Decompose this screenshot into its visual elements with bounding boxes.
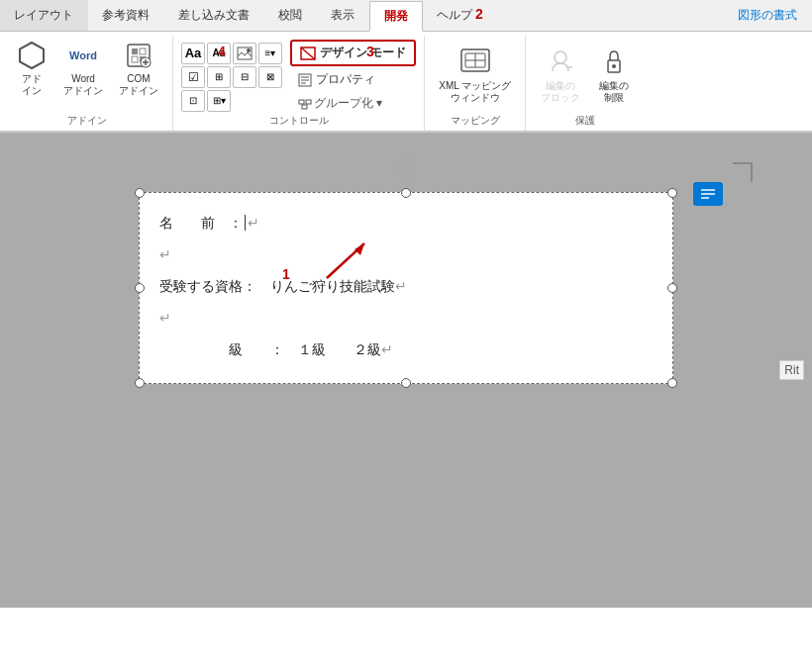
com-addin-button[interactable]: COMアドイン [113,36,164,101]
doc-content: 名 前 ： ↵ ↵ 受験する資格： りんご狩り技能試験 ↵ ↵ [159,209,653,363]
edit-block-icon [545,47,576,78]
edit-restrict-icon [598,47,630,78]
xml-mapping-label: XML マッピングウィンドウ [439,80,511,104]
ctrl-grid2[interactable]: ⊟ [233,66,256,88]
ctrl-bottom2[interactable]: ⊞▾ [207,90,231,112]
svg-line-12 [301,48,315,59]
handle-bl[interactable] [135,378,145,388]
handle-mr[interactable] [667,283,677,293]
group-protection-label: 保護 [575,114,595,131]
annotation-3: 3 [366,44,374,59]
svg-point-27 [612,64,616,68]
edit-block-label: 編集のブロック [541,80,580,104]
ctrl-image[interactable] [233,43,256,64]
para-mark-4: ↵ [159,304,171,332]
group-control-label: コントロール [269,114,329,131]
content-control-box: 名 前 ： ↵ ↵ 受験する資格： りんご狩り技能試験 ↵ ↵ [139,192,673,384]
handle-bm[interactable] [401,378,411,388]
word-addin-button[interactable]: Word Wordアドイン [57,36,109,101]
para-mark-1: ↵ [248,209,259,237]
annotation-1: 1 [282,266,290,282]
ctrl-combo[interactable]: ≡▾ [258,43,282,64]
com-addin-label: COMアドイン [119,73,158,97]
design-mode-icon [300,47,316,60]
doc-line-4: ↵ [159,304,653,332]
text-box-container: 名 前 ： ↵ ↵ 受験する資格： りんご狩り技能試験 ↵ ↵ [139,192,673,578]
group-addin: アドイン Word Wordアドイン [2,36,173,131]
addin-label: アドイン [22,73,42,97]
group-protection: 編集のブロック 編集の制限 保護 [526,36,645,131]
svg-rect-19 [302,105,307,109]
group-mapping-label: マッピング [451,114,500,131]
svg-rect-2 [132,48,138,54]
handle-tl[interactable] [135,188,145,198]
doc-line-1: 名 前 ： ↵ [159,209,653,237]
word-addin-label: Wordアドイン [63,73,103,97]
properties-icon [298,73,312,87]
xml-mapping-button[interactable]: XML マッピングウィンドウ [433,43,517,108]
edit-restrict-label: 編集の制限 [599,80,629,104]
grade-value: １級 ２級 [284,335,381,363]
exam-label: 受験する資格： [159,272,256,300]
svg-rect-3 [140,48,146,54]
ctrl-grid3[interactable]: ⊠ [258,66,282,88]
svg-rect-17 [299,100,304,104]
ctrl-table[interactable]: ⊞ [207,66,231,88]
rotate-handle[interactable] [394,156,418,185]
ribbon-content: アドイン Word Wordアドイン [0,32,812,132]
ribbon: レイアウト 参考資料 差し込み文書 校閲 表示 開発 ヘルプ 図形の書式 2 ア… [0,0,812,133]
handle-tm[interactable] [401,188,411,198]
xml-mapping-icon [459,47,491,78]
properties-label: プロパティ [316,71,375,88]
tab-layout[interactable]: レイアウト [0,0,88,31]
name-label: 名 前 ： [159,209,243,237]
tab-shape-format[interactable]: 図形の書式 [724,0,812,31]
doc-line-5: 級 ： １級 ２級 ↵ [159,335,653,363]
com-addin-icon [123,40,154,71]
annotation-2: 2 [475,6,483,22]
para-mark-3: ↵ [395,272,407,300]
svg-point-24 [555,51,566,63]
grouping-button[interactable]: グループ化 ▾ [290,93,416,114]
text-cursor [245,215,246,231]
grouping-icon [298,97,312,111]
annotation-4: 4 [218,44,226,59]
annotation-arrow [317,234,376,287]
properties-button[interactable]: プロパティ [290,69,416,90]
content-control-icon [697,185,719,203]
ctrl-checkbox[interactable]: ☑ [181,66,205,88]
design-mode-button[interactable]: デザイン モード [290,40,416,66]
svg-rect-18 [306,100,311,104]
tab-view[interactable]: 表示 [317,0,369,31]
content-control-badge[interactable] [693,182,723,206]
design-mode-label: デザイン モード [320,45,406,61]
ctrl-aa-large[interactable]: Aa [181,43,205,64]
svg-rect-4 [132,56,138,62]
tab-review[interactable]: 校閲 [264,0,317,31]
addin-icon [16,40,48,71]
grouping-label: グループ化 ▾ [314,95,382,112]
handle-tr[interactable] [667,188,677,198]
edit-restrict-button[interactable]: 編集の制限 [592,43,636,108]
para-mark-5: ↵ [381,335,393,363]
group-addin-label: アドイン [67,114,107,131]
doc-area: 名 前 ： ↵ ↵ 受験する資格： りんご狩り技能試験 ↵ ↵ [0,133,812,608]
doc-line-2: ↵ [159,240,653,268]
tab-bar: レイアウト 参考資料 差し込み文書 校閲 表示 開発 ヘルプ 図形の書式 2 [0,0,812,32]
handle-br[interactable] [667,378,677,388]
handle-ml[interactable] [135,283,145,293]
corner-marker [733,162,753,182]
ctrl-bottom1[interactable]: ⊡ [181,90,205,112]
tab-develop[interactable]: 開発 [369,1,423,32]
svg-marker-34 [355,243,364,255]
para-mark-2: ↵ [159,240,171,268]
grade-label: 級 ： [159,335,284,363]
addin-button[interactable]: アドイン [10,36,53,101]
edit-block-button[interactable]: 編集のブロック [535,43,586,108]
tab-mailings[interactable]: 差し込み文書 [164,0,264,31]
word-addin-icon: Word [67,40,99,71]
group-control: Aa Aa ≡▾ ☑ ⊞ ⊟ ⊠ [173,36,425,131]
svg-marker-0 [20,43,44,68]
tab-references[interactable]: 参考資料 [88,0,164,31]
doc-line-3: 受験する資格： りんご狩り技能試験 ↵ [159,272,653,300]
